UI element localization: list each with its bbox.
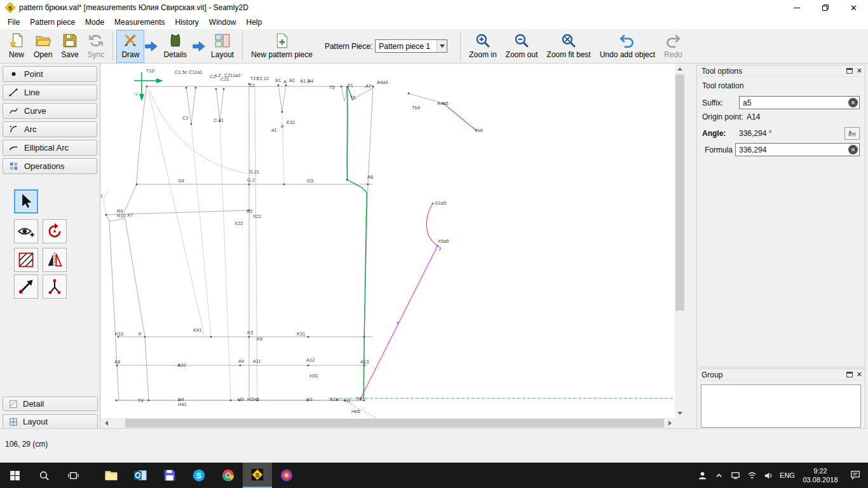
dock-float-icon[interactable] [846,372,853,377]
category-curve-button[interactable]: Curve [3,103,97,119]
pattern-point[interactable] [230,400,232,402]
details-mode-button[interactable]: Details [159,30,191,62]
new-pattern-piece-button[interactable]: New pattern piece [247,30,317,62]
volume-tray-icon[interactable] [760,463,776,488]
pattern-piece-dropdown[interactable]: Pattern piece 1 [375,39,447,53]
pattern-canvas[interactable]: T10C1.5cC11a1C2L2C21C211a2T21T2.12T2A1AA… [101,64,675,418]
formula-input[interactable] [735,143,860,156]
open-button[interactable]: Open [29,30,57,62]
category-line-button[interactable]: Line [3,85,97,100]
taskbar-clock[interactable]: 9:22 03.08.2018 [798,466,843,484]
pattern-point[interactable] [240,365,241,367]
layout-button[interactable]: Layout [3,414,98,429]
chrome-button[interactable] [214,463,243,488]
menu-file[interactable]: File [3,16,25,29]
seamly2d-app-icon[interactable]: S [5,3,15,13]
pattern-point[interactable] [341,86,342,88]
flipping-by-line-tool-button[interactable] [43,248,67,272]
pattern-point[interactable] [408,93,410,95]
pattern-point[interactable] [363,336,365,338]
pattern-point[interactable] [363,400,365,402]
suffix-input[interactable] [739,96,860,109]
pattern-point[interactable] [191,123,193,125]
menu-window[interactable]: Window [204,16,241,29]
scroll-right-icon[interactable] [665,418,675,428]
task-view-button[interactable] [58,463,88,488]
flipping-by-axis-tool-button[interactable] [14,248,38,272]
seamly2d-taskbar-button[interactable]: S [243,463,272,488]
people-tray-icon[interactable] [694,463,710,488]
group-list[interactable] [701,384,861,428]
category-operations-button[interactable]: Operations [3,158,97,174]
pattern-point[interactable] [195,87,197,89]
dock-float-icon[interactable] [846,68,853,74]
action-center-button[interactable] [843,463,868,488]
pattern-point[interactable] [186,87,187,89]
wifi-tray-icon[interactable] [743,463,760,488]
scroll-down-icon[interactable] [675,408,685,418]
menu-help[interactable]: Help [241,16,268,29]
pattern-point[interactable] [278,85,280,86]
start-button[interactable] [0,463,29,488]
clear-suffix-icon[interactable]: ✕ [848,98,858,107]
pattern-point[interactable] [144,336,146,338]
pattern-point[interactable] [281,111,283,113]
vertical-scroll-thumb[interactable] [675,74,684,311]
file-explorer-button[interactable] [97,463,126,488]
floppy-app-button[interactable] [155,463,184,488]
hidden-icons-chevron-icon[interactable] [710,463,727,488]
pattern-point[interactable] [308,365,309,367]
formula-fx-button[interactable]: f(x) [844,127,860,140]
skype-button[interactable]: S [184,463,214,488]
horizontal-scroll-thumb[interactable] [125,419,664,428]
pattern-point[interactable] [223,88,225,90]
save-button[interactable]: Save [57,30,83,62]
pattern-point[interactable] [283,184,285,186]
sync-button[interactable]: Sync [83,30,109,62]
pattern-point[interactable] [116,400,118,402]
category-elliptical-arc-button[interactable]: Elliptical Arc [3,140,97,156]
new-button[interactable]: New [4,30,29,62]
language-indicator[interactable]: ENG [776,471,798,479]
pattern-point[interactable] [248,184,250,186]
dock-close-icon[interactable]: ✕ [857,371,862,378]
group-visibility-tool-button[interactable] [14,219,38,243]
pattern-point[interactable] [105,214,107,216]
outlook-button[interactable] [126,463,155,488]
rotation-tool-button[interactable] [43,219,67,243]
select-tool-button[interactable] [14,189,38,214]
menu-pattern-piece[interactable]: Pattern piece [25,16,80,29]
move-tool-button[interactable] [14,274,38,299]
pattern-point[interactable] [215,88,217,90]
pattern-point[interactable] [248,336,250,338]
pattern-point[interactable] [148,400,150,402]
menu-measurements[interactable]: Measurements [109,16,170,29]
zoom-out-button[interactable]: Zoom out [501,30,543,62]
close-button[interactable]: ✕ [839,0,868,15]
pattern-point[interactable] [346,179,348,181]
taskbar-search-button[interactable] [29,463,58,488]
true-darts-tool-button[interactable] [43,274,67,299]
pattern-point[interactable] [136,184,138,186]
horizontal-scrollbar[interactable] [101,418,675,428]
dock-close-icon[interactable]: ✕ [857,67,862,74]
pattern-point[interactable] [437,245,438,247]
pattern-point[interactable] [432,203,434,205]
zoom-fit-best-button[interactable]: Zoom fit best [542,30,595,62]
minimize-button[interactable] [782,0,811,15]
draw-mode-button[interactable]: Draw [117,30,144,62]
menu-history[interactable]: History [170,16,203,29]
photos-app-button[interactable] [272,463,301,488]
detail-button[interactable]: Detail [3,396,98,411]
menu-mode[interactable]: Mode [80,16,109,29]
display-tray-icon[interactable] [727,463,743,488]
zoom-in-button[interactable]: Zoom in [465,30,501,62]
pattern-point[interactable] [146,86,148,88]
pattern-point[interactable] [372,86,374,88]
category-arc-button[interactable]: Arc [3,121,97,137]
redo-button[interactable]: Redo [660,30,687,62]
category-point-button[interactable]: Point [3,66,97,82]
pattern-point[interactable] [367,184,369,186]
scroll-up-icon[interactable] [675,64,685,74]
vertical-scrollbar[interactable] [675,64,685,418]
